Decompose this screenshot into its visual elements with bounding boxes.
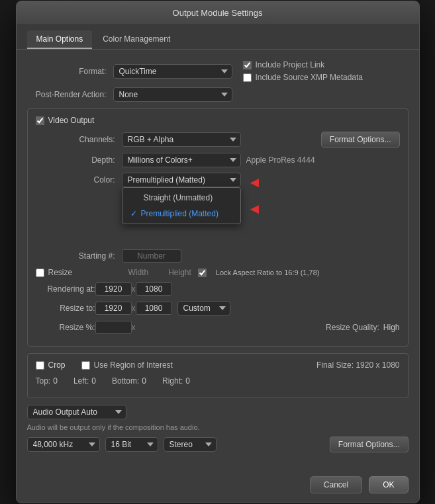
audio-channels-select[interactable]: Stereo	[164, 437, 217, 452]
right-val: 0	[185, 376, 190, 386]
use-roi-label[interactable]: Use Region of Interest	[81, 360, 173, 370]
lock-aspect-checkbox[interactable]	[198, 269, 207, 277]
top-label: Top:	[36, 376, 51, 386]
channels-row: Channels: RGB + Alpha Format Options...	[36, 132, 400, 147]
dialog-title: Output Module Settings	[17, 1, 419, 25]
starting-hash-row: Starting #:	[36, 249, 400, 263]
format-options-button-1[interactable]: Format Options...	[321, 132, 400, 147]
codec-label: Apple ProRes 4444	[246, 155, 315, 165]
use-roi-checkbox[interactable]	[81, 361, 90, 370]
arrow-2-icon: ◄	[248, 202, 262, 216]
rendering-at-label: Rendering at:	[36, 284, 95, 294]
crop-values-row: Top: 0 Left: 0 Bottom: 0 Right: 0	[36, 376, 400, 386]
resize-to-preset-select[interactable]: Custom	[177, 301, 230, 315]
post-render-select[interactable]: None	[113, 87, 232, 102]
tab-main-options[interactable]: Main Options	[27, 30, 93, 49]
include-source-xmp-label[interactable]: Include Source XMP Metadata	[243, 73, 363, 82]
left-label: Left:	[73, 376, 89, 386]
resize-pct-row: Resize %: x Resize Quality: High	[36, 321, 400, 334]
crop-checkbox[interactable]	[36, 361, 44, 370]
color-label: Color:	[36, 173, 122, 185]
dialog-footer: Cancel OK	[17, 470, 419, 503]
channels-select[interactable]: RGB + Alpha	[122, 132, 241, 147]
crop-section: Crop Use Region of Interest Final Size: …	[27, 353, 409, 398]
resize-to-width-input[interactable]	[95, 302, 132, 315]
right-label: Right:	[162, 376, 183, 386]
resize-row: Resize Width Height Lock Aspect Ratio to…	[36, 268, 400, 277]
sample-rate-select[interactable]: 48,000 kHz	[27, 437, 100, 452]
color-dropdown-menu: Straight (Unmatted) ✓ Premultiplied (Mat…	[122, 187, 241, 224]
resize-to-height-input[interactable]	[136, 302, 172, 315]
resize-to-label: Resize to:	[36, 304, 95, 313]
resize-pct-x-sep: x	[132, 323, 136, 332]
post-render-row: Post-Render Action: None	[27, 87, 409, 102]
lock-aspect-label[interactable]: Lock Aspect Ratio to 16:9 (1,78)	[198, 269, 320, 277]
post-render-label: Post-Render Action:	[27, 90, 113, 99]
video-output-checkbox[interactable]	[36, 116, 44, 125]
bottom-label: Bottom:	[112, 376, 139, 386]
video-output-section: Video Output Channels: RGB + Alpha Forma…	[27, 108, 409, 347]
resize-quality-value: High	[383, 323, 400, 332]
height-label: Height	[168, 268, 191, 277]
format-label: Format:	[27, 67, 113, 76]
resize-to-row: Resize to: x Custom	[36, 301, 400, 315]
resize-label[interactable]: Resize	[36, 268, 122, 277]
cancel-button[interactable]: Cancel	[310, 476, 362, 493]
color-dropdown-container: Premultiplied (Matted) Straight (Unmatte…	[122, 173, 241, 187]
rendering-width-input[interactable]	[95, 282, 132, 296]
include-project-link-label[interactable]: Include Project Link	[243, 60, 363, 69]
format-row: Format: QuickTime Include Project Link I…	[27, 60, 409, 82]
starting-hash-label: Starting #:	[36, 251, 122, 261]
audio-section: Audio Output Auto Audio will be output o…	[27, 405, 409, 452]
crop-header: Crop Use Region of Interest Final Size: …	[36, 360, 400, 370]
include-source-xmp-checkbox[interactable]	[243, 73, 252, 82]
include-project-link-checkbox[interactable]	[243, 61, 252, 69]
premultiplied-check-icon: ✓	[130, 209, 137, 218]
crop-label[interactable]: Crop	[36, 360, 66, 370]
red-arrows: ◄ ◄	[248, 175, 262, 216]
video-output-header: Video Output	[36, 116, 400, 125]
format-select[interactable]: QuickTime	[113, 64, 232, 79]
resize-checkbox[interactable]	[36, 269, 44, 277]
straight-unmatted-option[interactable]: Straight (Unmatted)	[122, 190, 240, 206]
audio-output-select[interactable]: Audio Output Auto	[27, 405, 126, 419]
format-options-button-2[interactable]: Format Options...	[330, 437, 409, 452]
resize-pct-label: Resize %:	[36, 323, 95, 332]
bit-depth-select[interactable]: 16 Bit	[105, 437, 158, 452]
audio-settings-row: 48,000 kHz 16 Bit Stereo Format Options.…	[27, 437, 409, 452]
arrow-1-icon: ◄	[248, 175, 262, 190]
rendering-x-sep: x	[132, 284, 136, 294]
color-row: Color: Premultiplied (Matted) Straight (…	[36, 173, 400, 216]
left-val: 0	[91, 376, 96, 386]
audio-output-row: Audio Output Auto	[27, 405, 409, 419]
main-content: Format: QuickTime Include Project Link I…	[17, 50, 419, 470]
tab-bar: Main Options Color Management	[17, 25, 419, 50]
tab-color-management[interactable]: Color Management	[93, 30, 179, 49]
top-val: 0	[53, 376, 58, 386]
starting-hash-input[interactable]	[122, 249, 181, 263]
format-right-options: Include Project Link Include Source XMP …	[243, 60, 363, 82]
resize-pct-width-input[interactable]	[95, 321, 132, 334]
depth-select[interactable]: Millions of Colors+	[122, 153, 241, 167]
final-size-label: Final Size: 1920 x 1080	[316, 360, 399, 370]
bottom-val: 0	[142, 376, 146, 386]
depth-label: Depth:	[36, 155, 122, 165]
ok-button[interactable]: OK	[369, 476, 408, 493]
resize-quality-label: Resize Quality:	[326, 323, 379, 332]
audio-note: Audio will be output only if the composi…	[27, 423, 409, 431]
depth-row: Depth: Millions of Colors+ Apple ProRes …	[36, 153, 400, 167]
color-select[interactable]: Premultiplied (Matted)	[122, 173, 241, 187]
rendering-height-input[interactable]	[136, 282, 172, 296]
video-output-label[interactable]: Video Output	[36, 116, 95, 125]
premultiplied-matted-option[interactable]: ✓ Premultiplied (Matted)	[122, 206, 240, 222]
rendering-at-row: Rendering at: x	[36, 282, 400, 296]
channels-label: Channels:	[36, 135, 122, 144]
output-module-dialog: Output Module Settings Main Options Colo…	[16, 1, 420, 503]
resize-to-x-sep: x	[132, 304, 136, 313]
width-label: Width	[128, 268, 149, 277]
